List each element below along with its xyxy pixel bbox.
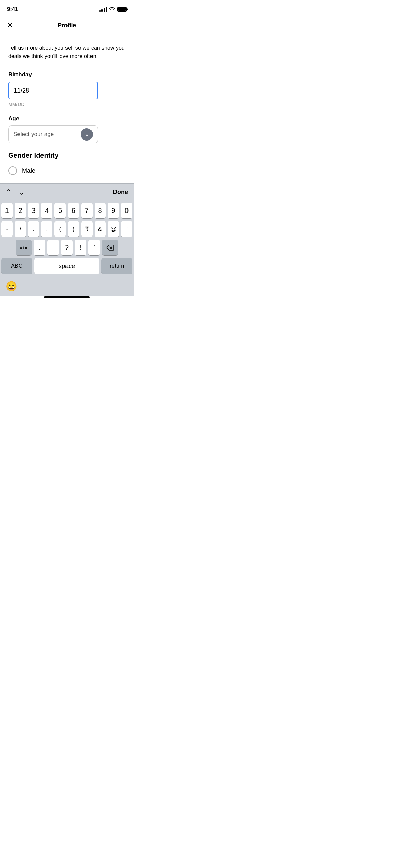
key-ampersand[interactable]: & xyxy=(95,221,106,237)
keyboard-row-numbers: 1 2 3 4 5 6 7 8 9 0 xyxy=(1,203,132,218)
emoji-button[interactable]: 😀 xyxy=(5,281,17,292)
key-abc[interactable]: ABC xyxy=(1,258,32,274)
age-section: Age Select your age ⌄ xyxy=(8,115,125,143)
signal-icon xyxy=(99,7,107,12)
status-time: 9:41 xyxy=(7,6,18,13)
key-space[interactable]: space xyxy=(34,258,100,274)
key-at[interactable]: @ xyxy=(108,221,119,237)
key-close-paren[interactable]: ) xyxy=(68,221,79,237)
key-5[interactable]: 5 xyxy=(54,203,66,218)
wifi-icon xyxy=(109,7,115,12)
home-indicator xyxy=(44,296,90,298)
key-2[interactable]: 2 xyxy=(15,203,26,218)
chevron-down-icon: ⌄ xyxy=(81,128,93,141)
keyboard-toolbar: ⌃ ⌄ Done xyxy=(0,183,134,201)
age-placeholder: Select your age xyxy=(13,131,54,138)
delete-key[interactable] xyxy=(102,240,118,255)
key-8[interactable]: 8 xyxy=(95,203,106,218)
page-title: Profile xyxy=(58,22,76,29)
birthday-label: Birthday xyxy=(8,71,125,78)
birthday-hint: MM/DD xyxy=(8,101,125,107)
key-question[interactable]: ? xyxy=(61,240,73,255)
key-9[interactable]: 9 xyxy=(108,203,119,218)
key-exclamation[interactable]: ! xyxy=(75,240,86,255)
keyboard-row-bottom: #+= . , ? ! ' xyxy=(1,240,132,255)
key-apostrophe[interactable]: ' xyxy=(88,240,100,255)
key-colon[interactable]: : xyxy=(28,221,39,237)
key-4[interactable]: 4 xyxy=(41,203,52,218)
age-dropdown[interactable]: Select your age ⌄ xyxy=(8,125,98,143)
key-3[interactable]: 3 xyxy=(28,203,39,218)
radio-button-male[interactable] xyxy=(8,166,17,175)
key-quote[interactable]: " xyxy=(121,221,132,237)
age-label: Age xyxy=(8,115,125,122)
gender-male-label: Male xyxy=(22,167,35,174)
key-return[interactable]: return xyxy=(101,258,132,274)
gender-option-male[interactable]: Male xyxy=(8,165,125,177)
key-7[interactable]: 7 xyxy=(81,203,93,218)
birthday-section: Birthday MM/DD xyxy=(8,71,125,107)
key-open-paren[interactable]: ( xyxy=(54,221,66,237)
description-text: Tell us more about yourself so we can sh… xyxy=(8,44,125,60)
key-period[interactable]: . xyxy=(34,240,45,255)
toolbar-done-button[interactable]: Done xyxy=(113,189,128,196)
status-bar: 9:41 xyxy=(0,0,134,16)
keyboard-row-symbols: - / : ; ( ) ₹ & @ " xyxy=(1,221,132,237)
status-icons xyxy=(99,7,127,12)
key-symbols-toggle[interactable]: #+= xyxy=(16,240,32,255)
toolbar-arrows: ⌃ ⌄ xyxy=(5,188,25,197)
toolbar-down-arrow[interactable]: ⌄ xyxy=(19,188,25,197)
key-0[interactable]: 0 xyxy=(121,203,132,218)
key-slash[interactable]: / xyxy=(15,221,26,237)
close-button[interactable]: ✕ xyxy=(7,22,13,29)
keyboard: 1 2 3 4 5 6 7 8 9 0 - / : ; ( ) ₹ & @ " … xyxy=(0,201,134,278)
key-dash[interactable]: - xyxy=(1,221,13,237)
gender-section: Gender Identity Male xyxy=(8,152,125,177)
key-rupee[interactable]: ₹ xyxy=(81,221,93,237)
birthday-input[interactable] xyxy=(8,82,98,99)
keyboard-row-space: ABC space return xyxy=(1,258,132,274)
gender-label: Gender Identity xyxy=(8,152,125,159)
content-area: Tell us more about yourself so we can sh… xyxy=(0,34,134,183)
key-6[interactable]: 6 xyxy=(68,203,79,218)
keyboard-emoji-row: 😀 xyxy=(0,278,134,296)
key-semicolon[interactable]: ; xyxy=(41,221,52,237)
key-comma[interactable]: , xyxy=(47,240,59,255)
nav-bar: ✕ Profile xyxy=(0,16,134,34)
toolbar-up-arrow[interactable]: ⌃ xyxy=(5,188,12,197)
key-1[interactable]: 1 xyxy=(1,203,13,218)
battery-icon xyxy=(117,7,127,12)
